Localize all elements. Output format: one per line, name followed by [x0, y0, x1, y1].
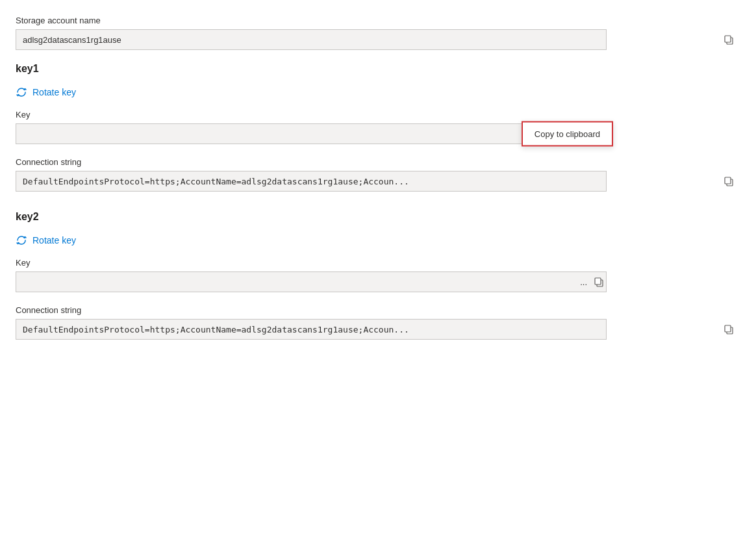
key2-key-input-wrapper: ...	[16, 271, 607, 292]
storage-account-input-wrapper: adlsg2datascans1rg1ause	[16, 29, 740, 50]
copy-icon	[724, 34, 734, 45]
key1-connection-string-label: Connection string	[16, 157, 740, 167]
key1-heading: key1	[16, 63, 740, 75]
key2-ellipsis: ...	[580, 277, 587, 287]
key2-connection-string-wrapper: DefaultEndpointsProtocol=https;AccountNa…	[16, 319, 740, 340]
key1-rotate-label: Rotate key	[32, 87, 76, 97]
key1-connection-string-wrapper: DefaultEndpointsProtocol=https;AccountNa…	[16, 171, 740, 192]
key1-connection-string-field: DefaultEndpointsProtocol=https;AccountNa…	[16, 171, 607, 192]
svg-rect-5	[725, 177, 731, 184]
tooltip-text: Copy to clipboard	[535, 129, 600, 139]
key2-heading: key2	[16, 211, 740, 223]
key1-rotate-button[interactable]: Rotate key	[16, 84, 76, 101]
key1-key-section: Key ... Copy to clipboard	[16, 110, 740, 144]
svg-rect-9	[725, 325, 731, 332]
storage-account-label: Storage account name	[16, 16, 740, 25]
key2-copy-icon	[594, 277, 604, 287]
key1-connection-string-section: Connection string DefaultEndpointsProtoc…	[16, 157, 740, 192]
rotate-key1-icon	[16, 86, 27, 98]
key1-key-label: Key	[16, 110, 740, 120]
key2-key-label: Key	[16, 258, 740, 268]
key2-connection-copy-icon	[724, 324, 734, 334]
svg-rect-7	[595, 278, 601, 284]
key2-connection-string-label: Connection string	[16, 305, 740, 315]
storage-account-field: adlsg2datascans1rg1ause	[16, 29, 607, 50]
rotate-key2-icon	[16, 234, 27, 246]
copy-to-clipboard-tooltip[interactable]: Copy to clipboard	[522, 121, 613, 147]
key1-copy-button-area: Copy to clipboard	[591, 126, 607, 142]
storage-account-section: Storage account name adlsg2datascans1rg1…	[16, 16, 740, 50]
key1-key-field	[16, 123, 607, 144]
key2-rotate-button[interactable]: Rotate key	[16, 232, 76, 249]
key2-copy-button[interactable]	[591, 274, 607, 290]
key2-key-field	[16, 271, 607, 292]
key1-key-input-wrapper: ... Copy to clipboard	[16, 123, 607, 144]
key2-connection-string-field: DefaultEndpointsProtocol=https;AccountNa…	[16, 319, 607, 340]
svg-rect-1	[725, 36, 731, 42]
key2-connection-string-copy-button[interactable]	[721, 321, 737, 337]
key2-connection-string-section: Connection string DefaultEndpointsProtoc…	[16, 305, 740, 340]
key2-key-section: Key ...	[16, 258, 740, 292]
key2-rotate-label: Rotate key	[32, 235, 76, 245]
key1-connection-string-copy-button[interactable]	[721, 173, 737, 189]
key1-connection-copy-icon	[724, 176, 734, 186]
storage-account-copy-button[interactable]	[721, 32, 737, 47]
